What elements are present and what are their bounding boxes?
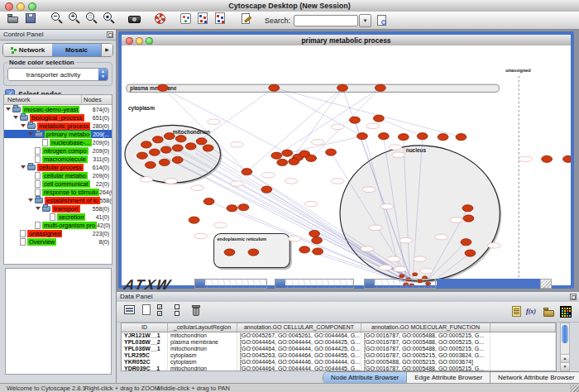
background-window-strip[interactable] — [275, 279, 354, 289]
network-tree-row[interactable]: establishment of lo558(0) — [4, 196, 112, 204]
search-options-icon[interactable] — [375, 13, 389, 27]
table-row[interactable]: YKR052Ccytoplasm[GO:0044464, GO:0044446,… — [122, 359, 556, 366]
tree-expander-icon[interactable] — [13, 116, 18, 122]
search-area: Search: ▼ — [265, 14, 371, 27]
folder-icon — [12, 107, 21, 112]
window-resize-grip[interactable] — [540, 279, 552, 289]
open-icon[interactable] — [7, 12, 21, 26]
background-window-strip[interactable] — [194, 279, 267, 289]
annotation-icon[interactable] — [239, 12, 253, 26]
float-panel-icon[interactable] — [570, 294, 577, 300]
network-tree-row[interactable]: transport558(0) — [4, 204, 112, 213]
tabs-overflow-arrow[interactable]: ▶ — [101, 44, 112, 56]
table-row[interactable]: YLR295Ccytoplasm[GO:0045263, GO:0044464,… — [122, 352, 556, 359]
zoom-in-icon[interactable] — [67, 12, 81, 26]
toolbar-group — [151, 12, 169, 26]
network-navigator-panel[interactable] — [5, 268, 112, 375]
network-tree-row[interactable]: nucleobase-...209(0) — [4, 138, 112, 146]
network-tree-row[interactable]: secretion41(0) — [4, 213, 112, 221]
node-color-dropdown[interactable]: transporter activity ▲▼ — [7, 68, 108, 81]
select-all-rows-icon[interactable] — [123, 304, 136, 317]
unselect-attributes-icon[interactable] — [173, 304, 186, 317]
table-row[interactable]: YJR121W__1mitochondrion[GO:0045267, GO:0… — [122, 332, 556, 339]
attribute-browser-tab[interactable]: Node Attribute Browser — [323, 372, 407, 384]
tree-column-nodes[interactable]: Nodes — [82, 95, 112, 104]
search-input[interactable] — [294, 15, 358, 26]
toolbar-group — [237, 12, 255, 26]
float-panel-icon[interactable] — [107, 31, 113, 38]
tree-item-node-count: 209(0) — [93, 140, 112, 146]
help-icon[interactable] — [153, 12, 167, 26]
table-row[interactable]: YPL036W__2plasma membrane[GO:0044464, GO… — [122, 339, 556, 346]
network-tree-row[interactable]: cell communicat22(0) — [4, 179, 112, 188]
tree-expander-icon[interactable] — [36, 207, 41, 213]
network-canvas[interactable]: plasma membranecytoplasmmitochondrionnuc… — [122, 45, 571, 285]
network-tree-row[interactable]: unassigned223(0) — [4, 229, 112, 237]
attribute-browser-tab[interactable]: Network Attribute Browser — [490, 372, 579, 384]
matrix-view-icon[interactable] — [559, 305, 572, 318]
attribute-browser-tab[interactable]: Edge Attribute Browser — [407, 372, 490, 384]
search-dropdown-button[interactable]: ▼ — [359, 14, 371, 27]
app-titlebar[interactable]: Cytoscape Desktop (New Session) — [0, 0, 579, 12]
table-row[interactable]: YPL036W__1mitochondrion[GO:0044464, GO:0… — [122, 346, 556, 352]
network-tree-row[interactable]: cellular metabo209(0) — [4, 171, 112, 179]
new-attribute-icon[interactable] — [140, 304, 153, 317]
table-row[interactable]: YDR039C__1mitochondrion[GO:0044464, GO:0… — [122, 366, 556, 371]
save-icon[interactable] — [24, 12, 38, 26]
tree-expander-icon[interactable] — [28, 198, 33, 204]
table-cell: [GO:0016787, GO:0005488, GO:0005215, G..… — [361, 366, 490, 371]
tree-item-label: macromolecule — [42, 155, 88, 163]
data-panel-toolbar — [117, 302, 579, 323]
function-builder-icon[interactable] — [526, 305, 539, 318]
table-column-header[interactable]: ID — [122, 323, 168, 332]
vizmapper-icon[interactable] — [179, 12, 193, 26]
table-vertical-scrollbar[interactable]: ▲ ▼ — [560, 323, 570, 371]
attribute-report-icon[interactable] — [510, 305, 523, 318]
window-cap — [275, 280, 285, 288]
table-column-header[interactable]: annotation.GO MOLECULAR_FUNCTION — [361, 323, 490, 332]
network-tree-row[interactable]: cellular process614(0) — [4, 163, 112, 171]
network-tree-row[interactable]: mosaic-demo-yeast874(0) — [4, 105, 112, 113]
delete-attribute-icon[interactable] — [189, 304, 203, 317]
network-window-titlebar[interactable]: primary metabolic process — [122, 35, 571, 46]
network-tree-row[interactable]: multi-organism pro42(0) — [4, 221, 112, 229]
tree-expander-icon[interactable] — [6, 108, 11, 113]
network-tree-row[interactable]: primary metabo209(... — [4, 130, 112, 138]
scroll-down-arrow[interactable]: ▼ — [561, 362, 569, 370]
folder-icon — [27, 165, 36, 170]
tab-mosaic[interactable]: Mosaic — [52, 44, 101, 56]
node-color-dropdown-value: transporter activity — [8, 71, 98, 79]
network-tree-row[interactable]: macromolecule311(0) — [4, 155, 112, 163]
first-neighbors-icon[interactable] — [196, 12, 210, 26]
zoom-selected-icon[interactable] — [102, 12, 116, 26]
snapshot-icon[interactable] — [127, 12, 141, 26]
network-tree-row[interactable]: nitrogen compo209(0) — [4, 146, 112, 155]
folder-icon — [20, 115, 28, 121]
network-tree-row[interactable]: response to stimulu264(0) — [4, 188, 112, 196]
background-window-strip[interactable] — [364, 279, 436, 289]
copy-network-icon[interactable] — [213, 12, 227, 26]
select-attributes-icon[interactable] — [156, 304, 170, 317]
app-resize-grip[interactable] — [570, 385, 579, 392]
network-tree-row[interactable]: metabolic process280(0) — [4, 122, 112, 130]
scroll-up-arrow[interactable]: ▲ — [561, 354, 569, 362]
import-attributes-icon[interactable] — [543, 305, 556, 318]
tree-expander-icon[interactable] — [21, 124, 26, 130]
folder-icon — [42, 206, 50, 212]
scrollbar-thumb[interactable] — [562, 325, 568, 343]
table-column-header[interactable] — [490, 323, 556, 332]
table-column-header[interactable]: annotation.GO CELLULAR_COMPONENT — [237, 323, 361, 332]
table-column-header[interactable]: _cellularLayoutRegion — [168, 323, 237, 332]
tree-expander-icon[interactable] — [21, 165, 26, 171]
table-cell: [GO:0005488, GO:0005215, GO:0003674] — [361, 359, 490, 366]
tree-item-label: transport — [52, 205, 80, 213]
tree-expander-icon[interactable] — [28, 132, 33, 138]
network-tree-row[interactable]: biological_process651(0) — [4, 113, 112, 122]
network-view-window[interactable]: primary metabolic process plasma membran… — [118, 31, 574, 289]
tab-network[interactable]: Network — [3, 44, 52, 56]
zoom-out-icon[interactable] — [50, 12, 64, 26]
attribute-toolbar-left — [122, 304, 204, 320]
tree-column-network[interactable]: Network — [4, 95, 82, 104]
zoom-fit-icon[interactable] — [84, 12, 98, 26]
network-tree-row[interactable]: Overview8(0) — [4, 237, 112, 246]
